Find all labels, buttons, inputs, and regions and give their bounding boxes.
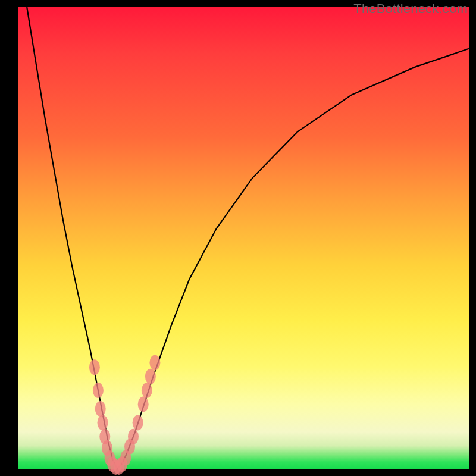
curve-marker [98,415,108,430]
curve-marker [138,396,149,412]
curve-marker [133,415,143,430]
bottleneck-curve [27,7,469,469]
curve-marker [128,429,139,444]
curve-marker [93,383,104,398]
curve-marker [149,355,160,371]
curve-marker [142,383,152,398]
watermark-text: TheBottleneck.com [353,1,468,17]
curve-marker [95,401,106,416]
plot-area [18,7,469,469]
curve-marker [89,359,100,375]
chart-svg [18,7,469,469]
marker-group [89,355,161,475]
curve-marker [145,369,156,384]
chart-frame: TheBottleneck.com [0,0,476,476]
